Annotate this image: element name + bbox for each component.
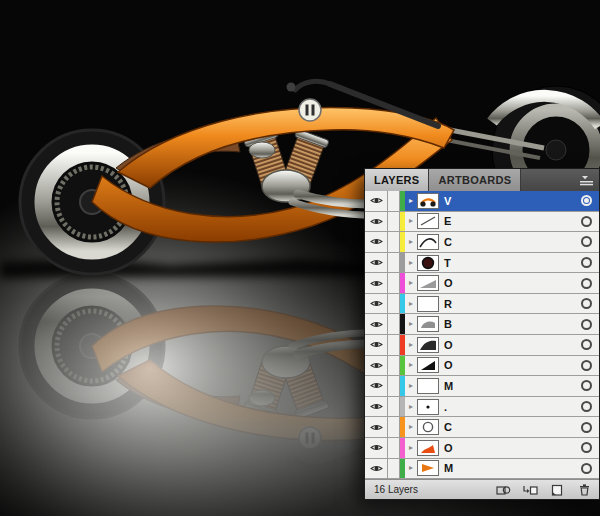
- eye-icon: [370, 402, 383, 411]
- layer-row[interactable]: ▸ T: [365, 253, 599, 274]
- layer-thumbnail: [417, 316, 439, 332]
- tab-artboards[interactable]: ARTBOARDS: [429, 169, 521, 191]
- expand-triangle-icon[interactable]: ▸: [405, 403, 417, 411]
- visibility-toggle[interactable]: [365, 273, 388, 293]
- panel-tab-bar: LAYERS ARTBOARDS: [365, 169, 599, 191]
- lock-toggle[interactable]: [388, 294, 400, 314]
- target-circle-icon[interactable]: [581, 339, 592, 350]
- lock-toggle[interactable]: [388, 417, 400, 437]
- lock-toggle[interactable]: [388, 232, 400, 252]
- lock-toggle[interactable]: [388, 253, 400, 273]
- visibility-toggle[interactable]: [365, 212, 388, 232]
- layer-row[interactable]: ▸ M: [365, 376, 599, 397]
- expand-triangle-icon[interactable]: ▸: [405, 464, 417, 472]
- visibility-toggle[interactable]: [365, 191, 388, 211]
- layer-row[interactable]: ▸ V: [365, 191, 599, 212]
- panel-menu-icon[interactable]: [573, 169, 599, 191]
- lock-toggle[interactable]: [388, 356, 400, 376]
- target-circle-icon[interactable]: [581, 380, 592, 391]
- screenshot-root: LAYERS ARTBOARDS ▸: [0, 0, 600, 516]
- expand-triangle-icon[interactable]: ▸: [405, 382, 417, 390]
- layer-thumbnail: [417, 193, 439, 209]
- expand-triangle-icon[interactable]: ▸: [405, 444, 417, 452]
- expand-triangle-icon[interactable]: ▸: [405, 259, 417, 267]
- trash-button[interactable]: [576, 483, 592, 497]
- visibility-toggle[interactable]: [365, 376, 388, 396]
- visibility-toggle[interactable]: [365, 294, 388, 314]
- expand-triangle-icon[interactable]: ▸: [405, 300, 417, 308]
- layer-row[interactable]: ▸ O: [365, 438, 599, 459]
- visibility-toggle[interactable]: [365, 253, 388, 273]
- lock-toggle[interactable]: [388, 191, 400, 211]
- visibility-toggle[interactable]: [365, 232, 388, 252]
- layer-row[interactable]: ▸ R: [365, 294, 599, 315]
- new-sublayer-button[interactable]: [522, 483, 538, 497]
- layer-row[interactable]: ▸ M: [365, 459, 599, 480]
- layer-thumbnail: [417, 275, 439, 291]
- target-circle-icon[interactable]: [581, 319, 592, 330]
- layer-name: O: [439, 442, 581, 454]
- target-circle-icon[interactable]: [581, 216, 592, 227]
- visibility-toggle[interactable]: [365, 438, 388, 458]
- tab-layers[interactable]: LAYERS: [365, 169, 429, 191]
- visibility-toggle[interactable]: [365, 314, 388, 334]
- layer-row[interactable]: ▸ E: [365, 212, 599, 233]
- lock-toggle[interactable]: [388, 397, 400, 417]
- layer-row[interactable]: ▸ C: [365, 417, 599, 438]
- target-circle-icon[interactable]: [581, 463, 592, 474]
- expand-triangle-icon[interactable]: ▸: [405, 279, 417, 287]
- layer-name: R: [439, 298, 581, 310]
- layer-name: .: [439, 401, 581, 413]
- target-circle-icon[interactable]: [581, 278, 592, 289]
- layer-name: C: [439, 421, 581, 433]
- expand-triangle-icon[interactable]: ▸: [405, 361, 417, 369]
- layer-row[interactable]: ▸ O: [365, 273, 599, 294]
- target-circle-icon[interactable]: [581, 236, 592, 247]
- expand-triangle-icon[interactable]: ▸: [405, 341, 417, 349]
- new-layer-button[interactable]: [549, 483, 565, 497]
- target-circle-icon[interactable]: [581, 422, 592, 433]
- layer-thumbnail: [417, 440, 439, 456]
- eye-icon: [370, 340, 383, 349]
- target-circle-icon[interactable]: [581, 360, 592, 371]
- lock-toggle[interactable]: [388, 273, 400, 293]
- target-circle-icon[interactable]: [581, 257, 592, 268]
- lock-toggle[interactable]: [388, 459, 400, 479]
- expand-triangle-icon[interactable]: ▸: [405, 197, 417, 205]
- visibility-toggle[interactable]: [365, 356, 388, 376]
- layer-row[interactable]: ▸ O: [365, 335, 599, 356]
- layer-row[interactable]: ▸ .: [365, 397, 599, 418]
- eye-icon: [370, 237, 383, 246]
- expand-triangle-icon[interactable]: ▸: [405, 238, 417, 246]
- layer-row[interactable]: ▸ O: [365, 356, 599, 377]
- eye-icon: [370, 464, 383, 473]
- eye-icon: [370, 361, 383, 370]
- expand-triangle-icon[interactable]: ▸: [405, 217, 417, 225]
- lock-toggle[interactable]: [388, 376, 400, 396]
- eye-icon: [370, 299, 383, 308]
- expand-triangle-icon[interactable]: ▸: [405, 423, 417, 431]
- lock-toggle[interactable]: [388, 314, 400, 334]
- target-circle-icon[interactable]: [581, 401, 592, 412]
- lock-toggle[interactable]: [388, 335, 400, 355]
- target-circle-icon[interactable]: [581, 195, 592, 206]
- lock-toggle[interactable]: [388, 212, 400, 232]
- visibility-toggle[interactable]: [365, 335, 388, 355]
- layer-name: E: [439, 215, 581, 227]
- layer-row[interactable]: ▸ B: [365, 314, 599, 335]
- layer-name: O: [439, 277, 581, 289]
- layer-row[interactable]: ▸ C: [365, 232, 599, 253]
- target-circle-icon[interactable]: [581, 298, 592, 309]
- expand-triangle-icon[interactable]: ▸: [405, 320, 417, 328]
- visibility-toggle[interactable]: [365, 459, 388, 479]
- eye-icon: [370, 381, 383, 390]
- layer-thumbnail: [417, 460, 439, 476]
- target-circle-icon[interactable]: [581, 442, 592, 453]
- layer-thumbnail: [417, 255, 439, 271]
- lock-toggle[interactable]: [388, 438, 400, 458]
- eye-icon: [370, 279, 383, 288]
- visibility-toggle[interactable]: [365, 417, 388, 437]
- visibility-toggle[interactable]: [365, 397, 388, 417]
- make-clipping-mask-button[interactable]: [495, 483, 511, 497]
- layer-name: C: [439, 236, 581, 248]
